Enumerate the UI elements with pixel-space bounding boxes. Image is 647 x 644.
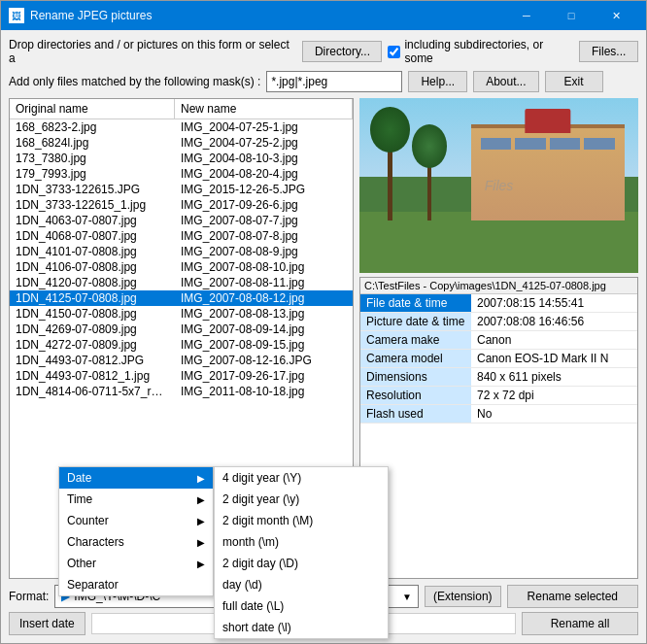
file-orig-cell: 1DN_4125-07-0808.jpg	[10, 290, 175, 306]
exit-button[interactable]: Exit	[545, 71, 603, 92]
info-table-row[interactable]: Resolution 72 x 72 dpi	[360, 387, 637, 405]
col-header-new: New name	[175, 99, 353, 119]
about-button[interactable]: About...	[473, 71, 538, 92]
main-dropdown-menu[interactable]: Date ▶ Time ▶ Counter ▶ Characters ▶ Oth…	[58, 466, 214, 596]
info-label: Dimensions	[360, 368, 471, 387]
file-new-cell: IMG_2004-07-25-1.jpg	[175, 119, 353, 135]
subdirs-wrapper: including subdirectories, or some	[388, 38, 573, 65]
table-row[interactable]: 1DN_3733-122615_1.jpg IMG_2017-09-26-6.j…	[10, 197, 353, 213]
file-orig-cell: 1DN_4814-06-0711-5x7_resiz...	[10, 384, 175, 399]
mask-label: Add only files matched by the following …	[9, 75, 260, 88]
main-window: 🖼 Rename JPEG pictures ─ □ ✕ Drop direct…	[0, 0, 647, 644]
directory-button[interactable]: Directory...	[302, 41, 383, 62]
file-new-cell: IMG_2007-08-09-15.jpg	[175, 337, 353, 353]
info-value: 72 x 72 dpi	[471, 387, 637, 405]
mask-input[interactable]	[266, 71, 402, 92]
submenu-arrow-icon: ▶	[197, 494, 205, 505]
palm-tree-right	[410, 124, 449, 220]
table-row[interactable]: 1DN_3733-122615.JPG IMG_2015-12-26-5.JPG	[10, 182, 353, 197]
table-row[interactable]: 1DN_4814-06-0711-5x7_resiz... IMG_2011-0…	[10, 384, 353, 399]
right-panel: Files C:\TestFiles - Copy\images\1DN_412…	[359, 98, 638, 579]
info-label: Picture date & time	[360, 313, 471, 331]
file-orig-cell: 173_7380.jpg	[10, 151, 175, 166]
file-new-cell: IMG_2017-09-26-17.jpg	[175, 368, 353, 384]
table-row[interactable]: 1DN_4125-07-0808.jpg IMG_2007-08-08-12.j…	[10, 290, 353, 306]
file-orig-cell: 1DN_4063-07-0807.jpg	[10, 213, 175, 228]
files-button[interactable]: Files...	[579, 41, 638, 62]
help-button[interactable]: Help...	[408, 71, 467, 92]
minimize-button[interactable]: ─	[504, 1, 549, 30]
original-label: (Original)	[338, 590, 386, 603]
table-row[interactable]: 168_6823-2.jpg IMG_2004-07-25-1.jpg	[10, 119, 353, 135]
close-button[interactable]: ✕	[594, 1, 638, 30]
table-row[interactable]: 1DN_4106-07-0808.jpg IMG_2007-08-08-10.j…	[10, 259, 353, 275]
rename-all-button[interactable]: Rename all	[522, 612, 638, 635]
submenu-arrow-icon: ▶	[197, 559, 205, 569]
dropdown-menu-item[interactable]: Counter ▶	[59, 510, 213, 531]
info-table-row[interactable]: Flash used No	[360, 405, 637, 424]
file-orig-cell: 1DN_4272-07-0809.jpg	[10, 337, 175, 353]
file-new-cell: IMG_2007-08-08-11.jpg	[175, 275, 353, 290]
window-controls: ─ □ ✕	[504, 1, 638, 30]
info-label: Camera model	[360, 350, 471, 368]
file-new-cell: IMG_2007-08-08-13.jpg	[175, 306, 353, 322]
info-table-row[interactable]: Dimensions 840 x 611 pixels	[360, 368, 637, 387]
file-orig-cell: 1DN_3733-122615_1.jpg	[10, 197, 175, 213]
file-new-cell: IMG_2004-08-20-4.jpg	[175, 166, 353, 182]
table-row[interactable]: 1DN_4493-07-0812.JPG IMG_2007-08-12-16.J…	[10, 353, 353, 368]
file-orig-cell: 168_6824l.jpg	[10, 135, 175, 151]
table-row[interactable]: 1DN_4068-07-0807.jpg IMG_2007-08-07-8.jp…	[10, 228, 353, 244]
submenu-arrow-icon: ▶	[197, 516, 205, 526]
dropdown-menu-item[interactable]: Other ▶	[59, 553, 213, 574]
rename-selected-button[interactable]: Rename selected	[507, 585, 638, 608]
photo-container: Files	[359, 98, 638, 273]
file-new-cell: IMG_2007-08-12-16.JPG	[175, 353, 353, 368]
table-row[interactable]: 1DN_4101-07-0808.jpg IMG_2007-08-08-9.jp…	[10, 244, 353, 259]
table-row[interactable]: 1DN_4272-07-0809.jpg IMG_2007-08-09-15.j…	[10, 337, 353, 353]
dropdown-menu-item[interactable]: Characters ▶	[59, 531, 213, 553]
subdirs-checkbox[interactable]	[388, 46, 400, 58]
title-bar: 🖼 Rename JPEG pictures ─ □ ✕	[1, 1, 646, 30]
photo-preview: Files	[359, 98, 638, 273]
table-row[interactable]: 1DN_4063-07-0807.jpg IMG_2007-08-07-7.jp…	[10, 213, 353, 228]
file-new-cell: IMG_2007-08-08-10.jpg	[175, 259, 353, 275]
file-new-cell: IMG_2007-08-07-8.jpg	[175, 228, 353, 244]
menu-item-label: Separator	[67, 578, 119, 592]
dropdown-menu-item[interactable]: Separator	[59, 574, 213, 595]
table-row[interactable]: 1DN_4120-07-0808.jpg IMG_2007-08-08-11.j…	[10, 275, 353, 290]
table-row[interactable]: 1DN_4269-07-0809.jpg IMG_2007-08-09-14.j…	[10, 322, 353, 337]
file-orig-cell: 168_6823-2.jpg	[10, 119, 175, 135]
table-row[interactable]: 179_7993.jpg IMG_2004-08-20-4.jpg	[10, 166, 353, 182]
table-row[interactable]: 168_6824l.jpg IMG_2004-07-25-2.jpg	[10, 135, 353, 151]
table-row[interactable]: 173_7380.jpg IMG_2004-08-10-3.jpg	[10, 151, 353, 166]
info-table-row[interactable]: Camera make Canon	[360, 331, 637, 350]
original-dropdown[interactable]: (Original) ▼	[331, 585, 419, 608]
building-windows	[481, 138, 615, 150]
extension-box: (Extension)	[425, 586, 501, 607]
file-new-cell: IMG_2011-08-10-18.jpg	[175, 384, 353, 399]
info-value: Canon	[471, 331, 637, 350]
info-table-row[interactable]: File date & time 2007:08:15 14:55:41	[360, 294, 637, 313]
info-label: Flash used	[360, 405, 471, 424]
file-orig-cell: 1DN_3733-122615.JPG	[10, 182, 175, 197]
table-row[interactable]: 1DN_4150-07-0808.jpg IMG_2007-08-08-13.j…	[10, 306, 353, 322]
info-path: C:\TestFiles - Copy\images\1DN_4125-07-0…	[360, 278, 637, 294]
info-label: Resolution	[360, 387, 471, 405]
original-arrow-icon: ▼	[402, 592, 412, 602]
info-value: 840 x 611 pixels	[471, 368, 637, 387]
file-list-header: Original name New name	[10, 99, 353, 119]
menu-item-label: Counter	[67, 514, 109, 527]
window-title: Rename JPEG pictures	[30, 9, 504, 22]
file-new-cell: IMG_2017-09-26-6.jpg	[175, 197, 353, 213]
info-table: File date & time 2007:08:15 14:55:41 Pic…	[360, 294, 637, 424]
menu-item-label: Other	[67, 557, 96, 570]
dropdown-menu-item[interactable]: Time ▶	[59, 489, 213, 510]
info-table-row[interactable]: Picture date & time 2007:08:08 16:46:56	[360, 313, 637, 331]
file-orig-cell: 1DN_4269-07-0809.jpg	[10, 322, 175, 337]
submenu-arrow-icon: ▶	[197, 537, 205, 548]
dropdown-menu-item[interactable]: Date ▶	[59, 467, 213, 489]
insert-date-button[interactable]: Insert date	[9, 612, 85, 635]
table-row[interactable]: 1DN_4493-07-0812_1.jpg IMG_2017-09-26-17…	[10, 368, 353, 384]
maximize-button[interactable]: □	[549, 1, 594, 30]
info-table-row[interactable]: Camera model Canon EOS-1D Mark II N	[360, 350, 637, 368]
